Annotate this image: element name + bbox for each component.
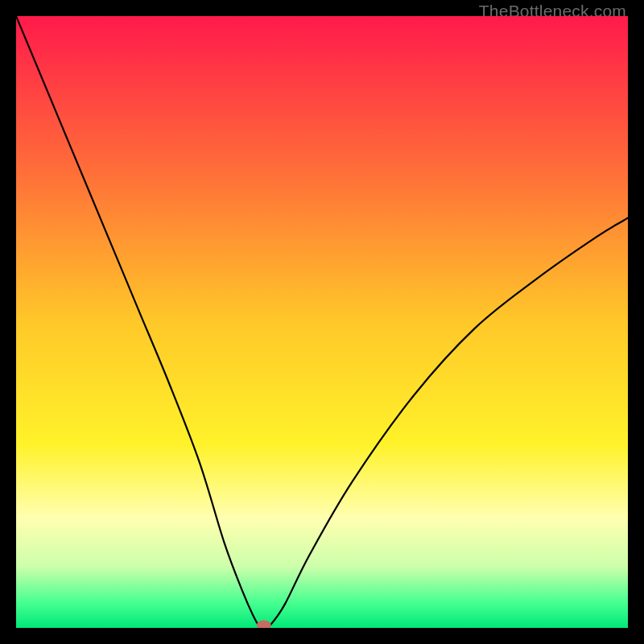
plot-area <box>16 16 628 628</box>
chart-background <box>16 16 628 628</box>
chart-frame: TheBottleneck.com <box>0 0 644 644</box>
chart-svg <box>16 16 628 628</box>
